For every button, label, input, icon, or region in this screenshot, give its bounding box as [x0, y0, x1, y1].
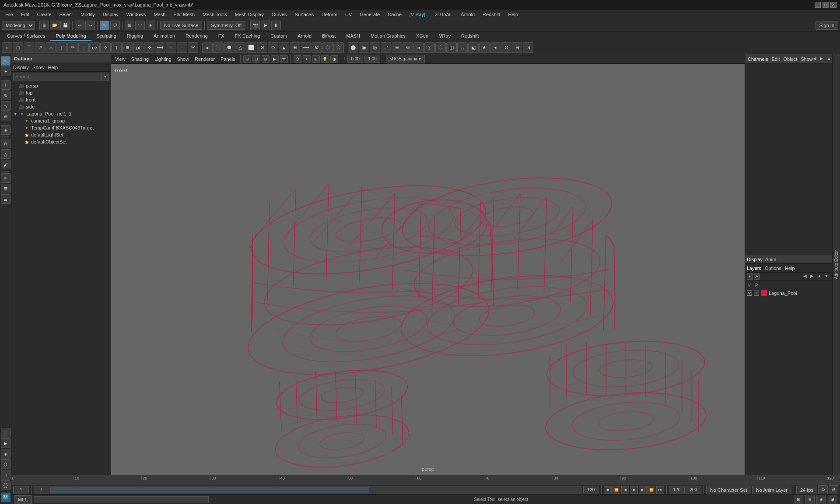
channel-icon1[interactable]: ◀	[813, 56, 819, 62]
layer-vis-checkbox[interactable]: V	[747, 290, 752, 296]
icon-avg[interactable]: Σ	[424, 42, 435, 53]
menu-mesh-display[interactable]: Mesh Display	[231, 11, 267, 18]
attribute-editor-tab[interactable]: Attribute Editor	[832, 54, 840, 475]
end-frame-input[interactable]	[583, 486, 599, 494]
icon-sculpt3[interactable]: ◎	[370, 42, 380, 53]
select-tool[interactable]: ↖	[1, 56, 10, 66]
vp-smooth-shade[interactable]: ●	[303, 55, 311, 63]
outliner-menu-show[interactable]: Show	[32, 65, 45, 70]
menu-help[interactable]: Help	[504, 11, 522, 18]
graph-editor-btn[interactable]: ⎍	[1, 470, 10, 480]
viewport-3d-content[interactable]: front	[111, 64, 745, 475]
channel-tab-edit[interactable]: Edit	[771, 56, 780, 62]
layer-new-anim-btn[interactable]: A	[754, 273, 760, 280]
mel-input[interactable]	[34, 496, 209, 503]
pb-stop[interactable]: ■	[630, 486, 638, 494]
icon-smooth[interactable]: ≈	[413, 42, 424, 53]
icon-wedge[interactable]: ◂	[490, 42, 500, 53]
select-tool-btn[interactable]: ↖	[100, 21, 109, 30]
save-file-btn[interactable]: 💾	[60, 21, 70, 30]
channel-tab-object[interactable]: Object	[783, 56, 797, 62]
pb-step-back[interactable]: ⏪	[612, 486, 620, 494]
menu-mesh-tools[interactable]: Mesh Tools	[199, 11, 230, 18]
render-settings-btn[interactable]: ⬛	[1, 428, 10, 438]
undo-btn[interactable]: ↩	[75, 21, 84, 30]
vp-render[interactable]: ▶	[271, 55, 279, 63]
outliner-item-front[interactable]: 🎥 front	[17, 96, 111, 103]
ipr-btn[interactable]: ⏸	[271, 21, 281, 30]
icon-cv[interactable]: cv	[89, 42, 100, 53]
vp-menu-panels[interactable]: Panels	[218, 56, 238, 62]
outliner-item-top[interactable]: 🎥 top	[17, 89, 111, 96]
icon-curve1[interactable]: ⌒	[24, 42, 34, 53]
channel-tab-channels[interactable]: Channels	[748, 56, 768, 62]
vp-camera-select[interactable]: ⊞	[243, 55, 251, 63]
menu-modify[interactable]: Modify	[77, 11, 98, 18]
status-icon4[interactable]: ◉	[828, 495, 837, 504]
outliner-search-options[interactable]: ▾	[101, 73, 109, 80]
no-anim-layer-btn[interactable]: No Anim Layer	[752, 486, 791, 494]
soft-mod[interactable]: ⊛	[1, 139, 10, 148]
maximize-button[interactable]: □	[822, 2, 829, 8]
icon-circle[interactable]: ○	[2, 42, 12, 53]
quick-render-btn[interactable]: ▶	[1, 438, 10, 448]
icon-insert[interactable]: ⊹	[144, 42, 154, 53]
icon-collapse[interactable]: ⊡	[523, 42, 533, 53]
snap-point-btn[interactable]: ◈	[146, 21, 155, 30]
menu-create[interactable]: Create	[34, 11, 55, 18]
icon-bevel[interactable]: ◫	[446, 42, 457, 53]
menu-edit[interactable]: Edit	[18, 11, 33, 18]
tab-bifrost[interactable]: Bifrost	[317, 32, 341, 41]
vp-menu-show[interactable]: Show	[175, 56, 192, 62]
icon-combine[interactable]: ⊕	[392, 42, 402, 53]
status-icon3[interactable]: ◈	[816, 495, 826, 504]
icon-fill[interactable]: ⬕	[468, 42, 479, 53]
menu-3dtoall[interactable]: -3DToAll-	[430, 11, 456, 18]
tab-mash[interactable]: MASH	[341, 32, 365, 41]
icon-extrude[interactable]: ⬡	[435, 42, 446, 53]
icon-plane[interactable]: ⬜	[246, 42, 256, 53]
pb-loop-mode[interactable]: ↺	[829, 485, 838, 495]
hypershade-btn[interactable]: ◈	[1, 449, 10, 458]
tab-poly-modeling[interactable]: Poly Modeling	[50, 32, 91, 41]
vp-gamma-input2[interactable]	[364, 56, 380, 63]
mode-select[interactable]: Modeling	[2, 21, 35, 30]
outliner-item-default-light-set[interactable]: ◉ defaultLightSet	[22, 131, 111, 138]
icon-cube[interactable]: ⬛	[213, 42, 224, 53]
icon-open[interactable]: ⌐	[177, 42, 187, 53]
outliner-item-side[interactable]: 🎥 side	[17, 103, 111, 110]
icon-target-weld[interactable]: ⊜	[501, 42, 511, 53]
tab-motion-graphics[interactable]: Motion Graphics	[365, 32, 411, 41]
icon-pyramid[interactable]: ▲	[279, 42, 289, 53]
no-character-set-btn[interactable]: No Character Set	[706, 486, 751, 494]
menu-select[interactable]: Select	[56, 11, 77, 18]
tab-xgen[interactable]: XGen	[411, 32, 434, 41]
vp-menu-shading[interactable]: Shading	[129, 56, 151, 62]
status-icon1[interactable]: ⊞	[794, 495, 803, 504]
menu-arnold[interactable]: Arnold	[457, 11, 478, 18]
tab-animation[interactable]: Animation	[148, 32, 180, 41]
outliner-search-input[interactable]	[13, 73, 101, 80]
help-tab[interactable]: Help	[785, 266, 795, 271]
icon-text[interactable]: T	[111, 42, 122, 53]
layers-tab[interactable]: Layers	[747, 266, 761, 271]
rotate-tool[interactable]: ↻	[1, 91, 10, 100]
move-tool[interactable]: ✛	[1, 80, 10, 90]
vp-gamma-select[interactable]: sRGB gamma ▾	[386, 55, 425, 63]
icon-prism[interactable]: ◇	[268, 42, 278, 53]
scale-tool[interactable]: ⤡	[1, 101, 10, 111]
camera-btn[interactable]: 📷	[250, 21, 260, 30]
menu-redshift[interactable]: Redshift	[479, 11, 504, 18]
icon-helix[interactable]: ⟡	[100, 42, 111, 53]
mel-btn[interactable]: MEL	[14, 495, 32, 504]
redo-btn[interactable]: ↪	[85, 21, 95, 30]
icon-merge[interactable]: ⊟	[512, 42, 522, 53]
icon-gear[interactable]: ⚙	[312, 42, 322, 53]
snap-curve-btn[interactable]: 〰	[135, 21, 145, 30]
icon-soccer[interactable]: ⬡	[322, 42, 333, 53]
icon-sculpt2[interactable]: ◉	[359, 42, 369, 53]
no-live-surface-btn[interactable]: No Live Surface	[160, 21, 202, 30]
tab-arnold[interactable]: Arnold	[292, 32, 317, 41]
close-button[interactable]: ✕	[830, 2, 836, 8]
vp-menu-lighting[interactable]: Lighting	[152, 56, 174, 62]
